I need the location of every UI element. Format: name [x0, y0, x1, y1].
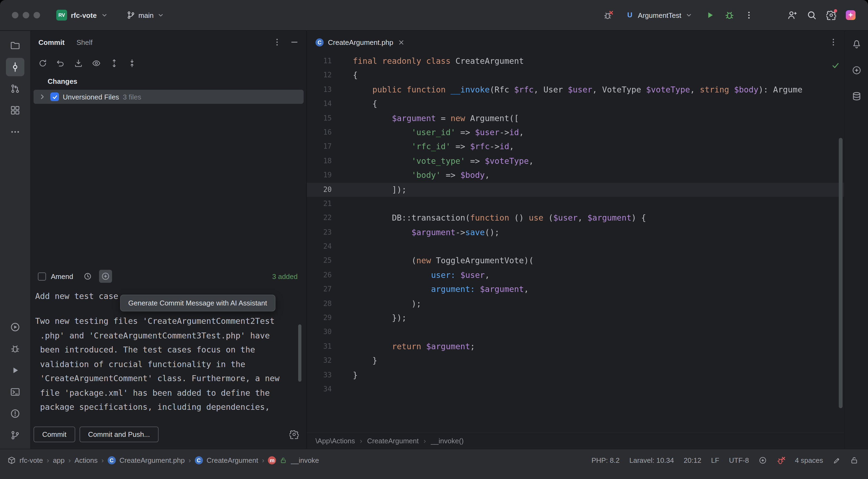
unversioned-files-row[interactable]: Unversioned Files 3 files: [34, 90, 304, 104]
code-line[interactable]: 18 'vote_type' => $voteType,: [307, 154, 844, 168]
path-class[interactable]: CreateArgument: [207, 456, 258, 465]
ai-assistant-button[interactable]: [847, 61, 866, 79]
indent-widget[interactable]: 4 spaces: [795, 456, 823, 465]
kebab-menu-icon[interactable]: [273, 38, 281, 46]
code-line[interactable]: 20 ]);: [307, 182, 844, 197]
path-project[interactable]: rfc-vote: [20, 456, 43, 465]
amend-checkbox[interactable]: [38, 272, 46, 280]
settings-button[interactable]: [824, 7, 839, 23]
database-button[interactable]: [847, 87, 866, 105]
file-writable-button[interactable]: [850, 456, 858, 465]
notifications-button[interactable]: [847, 35, 866, 54]
rollback-button[interactable]: [53, 56, 68, 70]
tool-more-button[interactable]: [6, 123, 24, 141]
position-widget[interactable]: 20:12: [684, 456, 701, 465]
commit-options-button[interactable]: [289, 430, 299, 439]
encoding-widget[interactable]: UTF-8: [729, 456, 749, 465]
code-line[interactable]: 31 return $argument;: [307, 340, 844, 354]
editor-tab-createargument[interactable]: C CreateArgument.php: [315, 38, 404, 46]
line-ending-widget[interactable]: LF: [711, 456, 719, 465]
tool-project-button[interactable]: [6, 36, 24, 55]
generate-commit-message-ai-button[interactable]: [99, 270, 112, 283]
code-line[interactable]: 21: [307, 197, 844, 211]
code-line[interactable]: 25 (new ToggleArgumentVote)(: [307, 254, 844, 268]
tool-run-button[interactable]: [6, 361, 24, 379]
line-number: 11: [307, 54, 332, 68]
code-line[interactable]: 23 $argument->save();: [307, 225, 844, 240]
code-line[interactable]: 15 $argument = new Argument([: [307, 111, 844, 126]
preview-diff-button[interactable]: [89, 56, 104, 70]
refresh-button[interactable]: [35, 56, 50, 70]
commit-history-button[interactable]: [81, 270, 94, 283]
run-button[interactable]: [703, 7, 718, 23]
code-with-me-button[interactable]: [785, 7, 800, 23]
path-app[interactable]: app: [53, 456, 64, 465]
code-line[interactable]: 26 user: $user,: [307, 268, 844, 282]
path-actions[interactable]: Actions: [74, 456, 97, 465]
code-line[interactable]: 22 DB::transaction(function () use ($use…: [307, 211, 844, 226]
close-icon[interactable]: [398, 39, 404, 46]
breadcrumb-class[interactable]: CreateArgument: [367, 437, 419, 445]
chevron-right-icon[interactable]: [38, 93, 46, 101]
code-line[interactable]: 28 );: [307, 297, 844, 311]
laravel-version-widget[interactable]: Laravel: 10.34: [629, 456, 674, 465]
code-line[interactable]: 17 'rfc_id' => $rfc->id,: [307, 140, 844, 154]
code-line[interactable]: 11final readonly class CreateArgument: [307, 54, 844, 68]
tool-services-button[interactable]: [6, 318, 24, 336]
code-line[interactable]: 12{: [307, 68, 844, 83]
path-file[interactable]: CreateArgument.php: [119, 456, 185, 465]
php-version-widget[interactable]: PHP: 8.2: [591, 456, 620, 465]
commit-and-push-button[interactable]: Commit and Push...: [80, 426, 159, 442]
ai-assistant-logo-button[interactable]: [843, 7, 858, 23]
tool-git-button[interactable]: [6, 426, 24, 444]
search-everywhere-button[interactable]: [804, 7, 819, 23]
code-line[interactable]: 34: [307, 382, 844, 397]
breadcrumb-method[interactable]: __invoke(): [431, 437, 464, 445]
hide-tool-window-icon[interactable]: [290, 38, 299, 46]
code-line[interactable]: 32 }: [307, 353, 844, 368]
debug-listener-button[interactable]: [601, 7, 616, 23]
tab-shelf[interactable]: Shelf: [76, 38, 93, 46]
code-line[interactable]: 27 argument: $argument,: [307, 282, 844, 297]
window-zoom-button[interactable]: [34, 12, 40, 19]
editor-scrollbar[interactable]: [839, 138, 843, 408]
tool-pull-requests-button[interactable]: [6, 79, 24, 98]
code-line[interactable]: 33}: [307, 368, 844, 382]
path-method[interactable]: __invoke: [291, 456, 319, 465]
collapse-all-button[interactable]: [124, 56, 140, 70]
ai-assistant-status-button[interactable]: [759, 456, 767, 465]
tool-terminal-button[interactable]: [6, 383, 24, 401]
inspections-ok-icon[interactable]: [831, 61, 840, 70]
code-line[interactable]: 19 'body' => $body,: [307, 168, 844, 182]
code-line[interactable]: 13 public function __invoke(Rfc $rfc, Us…: [307, 83, 844, 97]
code-line[interactable]: 14 {: [307, 97, 844, 111]
collapse-all-icon: [128, 59, 136, 68]
code-editor[interactable]: 11final readonly class CreateArgument12{…: [307, 54, 844, 433]
commit-message-scrollbar[interactable]: [298, 324, 302, 382]
expand-all-button[interactable]: [106, 56, 122, 70]
code-line[interactable]: 29 });: [307, 311, 844, 325]
unversioned-files-checkbox[interactable]: [50, 93, 59, 101]
code-line[interactable]: 16 'user_id' => $user->id,: [307, 126, 844, 140]
debug-button[interactable]: [722, 7, 737, 23]
code-line[interactable]: 30: [307, 325, 844, 340]
tab-commit[interactable]: Commit: [38, 38, 65, 46]
tool-debug-button[interactable]: [6, 340, 24, 358]
window-close-button[interactable]: [12, 12, 19, 19]
tool-problems-button[interactable]: [6, 404, 24, 423]
tool-commit-button[interactable]: [6, 58, 24, 76]
branch-widget[interactable]: main: [126, 11, 164, 20]
kebab-menu-icon[interactable]: [829, 38, 838, 46]
code-line[interactable]: 24: [307, 240, 844, 254]
run-configuration-select[interactable]: U ArgumentTest: [626, 11, 693, 20]
project-widget[interactable]: RV rfc-vote: [56, 10, 108, 21]
tool-structure-button[interactable]: [6, 101, 24, 119]
window-minimize-button[interactable]: [23, 12, 29, 19]
edit-mode-icon[interactable]: [833, 456, 840, 464]
commit-message-body[interactable]: Two new testing files 'CreateArgumentCom…: [31, 314, 306, 420]
commit-button[interactable]: Commit: [34, 426, 75, 442]
shelve-button[interactable]: [71, 56, 86, 70]
more-actions-button[interactable]: [741, 7, 756, 23]
breadcrumb-namespace[interactable]: \App\Actions: [315, 437, 355, 445]
xdebug-status-button[interactable]: [777, 456, 785, 465]
